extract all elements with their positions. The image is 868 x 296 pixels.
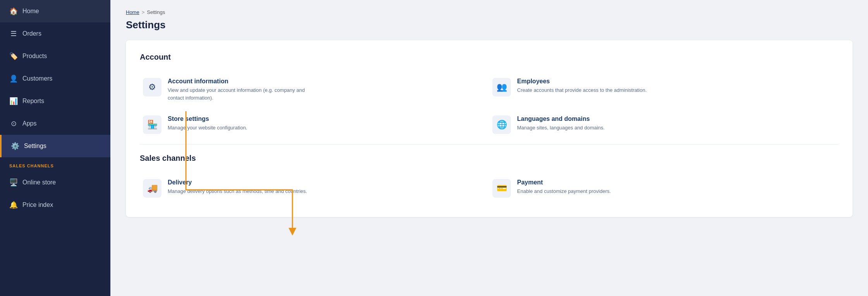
section-divider xyxy=(140,144,839,145)
sidebar-label-online-store: Online store xyxy=(22,179,56,186)
sidebar-item-online-store[interactable]: 🖥️ Online store xyxy=(0,171,110,194)
delivery-title: Delivery xyxy=(168,179,307,186)
employees-title: Employees xyxy=(517,78,647,85)
reports-icon: 📊 xyxy=(9,97,18,105)
sidebar-item-reports[interactable]: 📊 Reports xyxy=(0,90,110,112)
settings-item-delivery[interactable]: 🚚 Delivery Manage delivery options such … xyxy=(140,172,489,205)
orders-icon: ☰ xyxy=(9,29,18,38)
sidebar-label-price-index: Price index xyxy=(22,201,53,208)
settings-icon: ⚙️ xyxy=(11,142,19,150)
sidebar-label-customers: Customers xyxy=(22,75,52,82)
sidebar-label-apps: Apps xyxy=(22,120,36,127)
online-store-icon: 🖥️ xyxy=(9,178,18,187)
sidebar-item-settings[interactable]: ⚙️ Settings xyxy=(0,135,110,157)
employees-description: Create accounts that provide access to t… xyxy=(517,86,647,94)
breadcrumb-separator: > xyxy=(142,9,145,15)
employees-content: Employees Create accounts that provide a… xyxy=(517,78,647,94)
account-information-content: Account information View and update your… xyxy=(168,78,315,102)
store-settings-description: Manage your website configuration. xyxy=(168,124,247,132)
page-title: Settings xyxy=(126,19,853,31)
sidebar-item-customers[interactable]: 👤 Customers xyxy=(0,67,110,90)
section-heading-sales-channels: Sales channels xyxy=(140,154,839,163)
sidebar-item-products[interactable]: 🏷️ Products xyxy=(0,45,110,67)
sidebar-label-products: Products xyxy=(22,53,47,60)
svg-marker-0 xyxy=(289,228,296,236)
languages-domains-title: Languages and domains xyxy=(517,115,605,122)
payment-description: Enable and customize payment providers. xyxy=(517,188,611,195)
sidebar-sales-channels-label: SALES CHANNELS xyxy=(0,157,110,171)
payment-content: Payment Enable and customize payment pro… xyxy=(517,179,611,195)
sidebar-label-reports: Reports xyxy=(22,98,44,105)
sidebar-item-apps[interactable]: ⊙ Apps xyxy=(0,112,110,135)
breadcrumb-home[interactable]: Home xyxy=(126,9,139,15)
delivery-content: Delivery Manage delivery options such as… xyxy=(168,179,307,195)
payment-icon: 💳 xyxy=(492,179,511,198)
breadcrumb-current: Settings xyxy=(147,9,165,15)
settings-item-payment[interactable]: 💳 Payment Enable and customize payment p… xyxy=(489,172,839,205)
settings-card: Account ⚙ Account information View and u… xyxy=(126,40,853,217)
sidebar-label-home: Home xyxy=(22,8,39,15)
account-information-title: Account information xyxy=(168,78,315,85)
breadcrumb: Home > Settings xyxy=(126,9,853,15)
customers-icon: 👤 xyxy=(9,74,18,83)
languages-domains-content: Languages and domains Manage sites, lang… xyxy=(517,115,605,132)
apps-icon: ⊙ xyxy=(9,119,18,128)
settings-item-employees[interactable]: 👥 Employees Create accounts that provide… xyxy=(489,71,839,108)
store-settings-icon: 🏪 xyxy=(143,115,162,134)
settings-grid-sales-channels: 🚚 Delivery Manage delivery options such … xyxy=(140,172,839,205)
products-icon: 🏷️ xyxy=(9,52,18,60)
delivery-icon: 🚚 xyxy=(143,179,162,198)
sidebar: 🏠 Home ☰ Orders 🏷️ Products 👤 Customers … xyxy=(0,0,110,296)
delivery-description: Manage delivery options such as methods,… xyxy=(168,188,307,195)
employees-icon: 👥 xyxy=(492,78,511,96)
store-settings-title: Store settings xyxy=(168,115,247,122)
sidebar-item-home[interactable]: 🏠 Home xyxy=(0,0,110,22)
sidebar-label-settings: Settings xyxy=(24,143,46,150)
payment-title: Payment xyxy=(517,179,611,186)
sidebar-label-orders: Orders xyxy=(22,30,41,37)
section-heading-account: Account xyxy=(140,53,839,62)
sidebar-item-orders[interactable]: ☰ Orders xyxy=(0,22,110,45)
sidebar-item-price-index[interactable]: 🔔 Price index xyxy=(0,194,110,216)
settings-grid-account: ⚙ Account information View and update yo… xyxy=(140,71,839,141)
main-content: Home > Settings Settings Account ⚙ Accou… xyxy=(110,0,868,296)
account-information-icon: ⚙ xyxy=(143,78,162,96)
store-settings-content: Store settings Manage your website confi… xyxy=(168,115,247,132)
account-information-description: View and update your account information… xyxy=(168,86,315,102)
home-icon: 🏠 xyxy=(9,7,18,15)
languages-domains-description: Manage sites, languages and domains. xyxy=(517,124,605,132)
settings-item-store-settings[interactable]: 🏪 Store settings Manage your website con… xyxy=(140,108,489,141)
price-index-icon: 🔔 xyxy=(9,201,18,209)
settings-item-account-information[interactable]: ⚙ Account information View and update yo… xyxy=(140,71,489,108)
settings-item-languages-domains[interactable]: 🌐 Languages and domains Manage sites, la… xyxy=(489,108,839,141)
languages-domains-icon: 🌐 xyxy=(492,115,511,134)
